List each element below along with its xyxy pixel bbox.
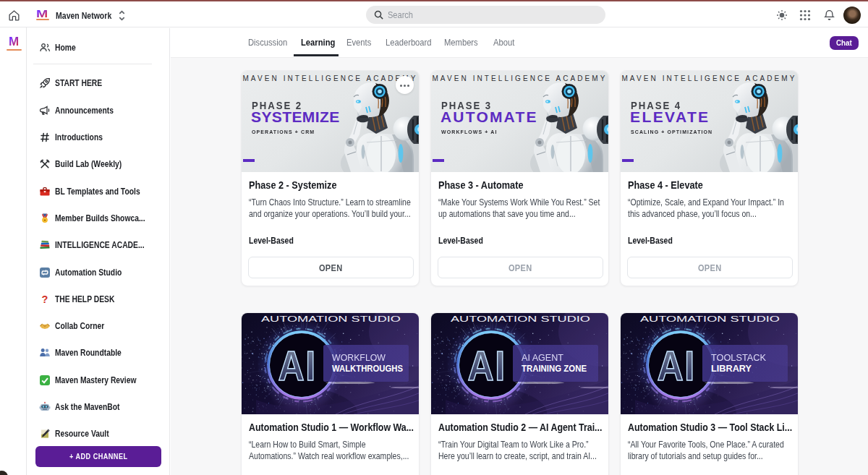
svg-text:AI: AI <box>278 343 317 389</box>
svg-text:AUTOMATION STUDIO: AUTOMATION STUDIO <box>261 315 401 323</box>
svg-text:AUTOMATION STUDIO: AUTOMATION STUDIO <box>451 315 590 323</box>
svg-text:TOOLSTACK: TOOLSTACK <box>711 352 766 363</box>
svg-text:AI: AI <box>658 343 696 389</box>
svg-text:WORKFLOW: WORKFLOW <box>332 352 386 363</box>
svg-text:AI: AI <box>468 343 506 389</box>
svg-text:WALKTHROUGHS: WALKTHROUGHS <box>332 363 403 374</box>
svg-text:TRAINING ZONE: TRAINING ZONE <box>522 363 587 374</box>
svg-text:?: ? <box>42 294 48 305</box>
svg-text:LIBRARY: LIBRARY <box>711 363 752 374</box>
svg-text:AI AGENT: AI AGENT <box>522 352 563 363</box>
svg-text:AUTOMATION STUDIO: AUTOMATION STUDIO <box>640 315 780 323</box>
